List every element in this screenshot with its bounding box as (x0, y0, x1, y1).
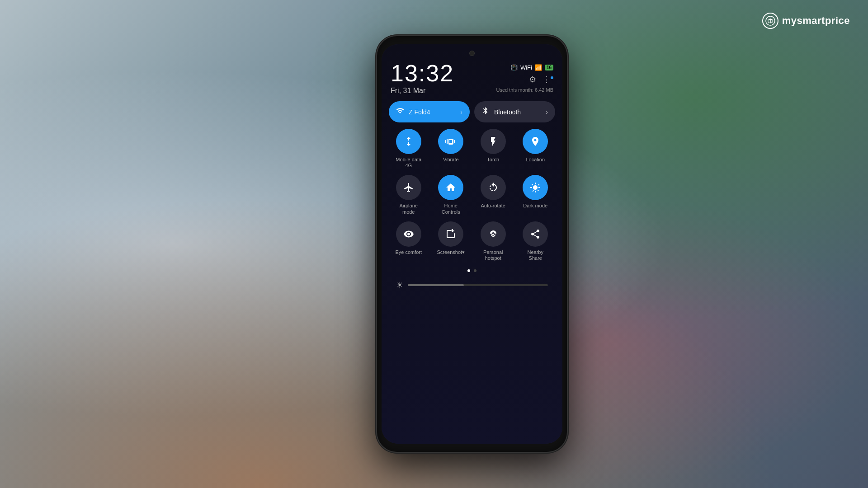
wifi-label: Z Fold4 (409, 108, 456, 116)
dark-mode-btn[interactable]: Dark mode (516, 175, 556, 215)
quick-toggles: Z Fold4 › Bluetooth › (382, 97, 562, 444)
logo-icon (762, 13, 778, 29)
logo: mysmartprice (762, 13, 850, 29)
brightness-icon: ☀ (396, 280, 403, 290)
nearby-share-label: NearbyShare (528, 249, 543, 261)
date-display: Fri, 31 Mar (391, 87, 454, 95)
time-block: 13:32 Fri, 31 Mar (391, 61, 454, 95)
page-dots (389, 266, 555, 276)
dark-mode-icon (523, 175, 548, 200)
vibrate-icon (438, 129, 463, 154)
wifi-toggle[interactable]: Z Fold4 › (389, 101, 470, 122)
screenshot-icon (438, 221, 463, 247)
screenshot-btn[interactable]: Screenshot▾ (431, 221, 471, 261)
top-icons: 📳 WiFi 📶 16 (510, 64, 553, 71)
usage-text: Used this month: 6.42 MB (496, 87, 553, 93)
more-btn[interactable]: ⋮ (542, 75, 553, 84)
nearby-share-btn[interactable]: NearbyShare (516, 221, 556, 261)
vibrate-label: Vibrate (443, 157, 459, 163)
bluetooth-icon (481, 107, 490, 117)
screenshot-label: Screenshot▾ (437, 249, 465, 255)
bluetooth-label: Bluetooth (494, 108, 541, 116)
status-bar: 13:32 Fri, 31 Mar 📳 WiFi 📶 16 ⚙ ⋮ (382, 58, 562, 97)
quick-grid-row1: Mobile data4G Vibrate (389, 129, 555, 169)
battery-icon: 16 (545, 65, 553, 70)
wifi-arrow: › (460, 108, 462, 116)
auto-rotate-icon (481, 175, 506, 200)
mobile-data-label: Mobile data4G (396, 157, 421, 169)
home-controls-btn[interactable]: HomeControls (431, 175, 471, 215)
airplane-btn[interactable]: Airplanemode (389, 175, 429, 215)
eye-comfort-label: Eye comfort (395, 249, 422, 255)
torch-btn[interactable]: Torch (473, 129, 513, 169)
brightness-track[interactable] (408, 284, 548, 286)
airplane-label: Airplanemode (400, 203, 418, 215)
eye-comfort-icon (396, 221, 421, 247)
vibrate-btn[interactable]: Vibrate (431, 129, 471, 169)
signal-icon: 📶 (535, 64, 542, 71)
dark-mode-label: Dark mode (523, 203, 547, 209)
wifi-icon (396, 107, 404, 117)
quick-grid-row2: Airplanemode HomeControls (389, 175, 555, 215)
airplane-icon (396, 175, 421, 200)
logo-text: mysmartprice (782, 15, 850, 27)
page-dot-1 (467, 269, 470, 272)
home-controls-label: HomeControls (442, 203, 460, 215)
torch-icon (481, 129, 506, 154)
brightness-fill (408, 284, 464, 286)
eye-comfort-btn[interactable]: Eye comfort (389, 221, 429, 261)
screen-content: 13:32 Fri, 31 Mar 📳 WiFi 📶 16 ⚙ ⋮ (382, 44, 562, 444)
mobile-data-btn[interactable]: Mobile data4G (389, 129, 429, 169)
vibrate-status-icon: 📳 (510, 64, 518, 71)
phone-screen: 13:32 Fri, 31 Mar 📳 WiFi 📶 16 ⚙ ⋮ (382, 44, 562, 444)
location-btn[interactable]: Location (516, 129, 556, 169)
personal-hotspot-label: Personalhotspot (483, 249, 503, 261)
phone-body: 13:32 Fri, 31 Mar 📳 WiFi 📶 16 ⚙ ⋮ (377, 36, 567, 452)
wifi-status-icon: WiFi (520, 64, 532, 71)
personal-hotspot-btn[interactable]: Personalhotspot (473, 221, 513, 261)
brightness-bar[interactable]: ☀ (396, 280, 548, 290)
bluetooth-arrow: › (546, 108, 548, 116)
status-icons: 📳 WiFi 📶 16 ⚙ ⋮ Used this month: 6.42 MB (496, 64, 553, 93)
camera-notch (469, 51, 475, 56)
settings-btn[interactable]: ⚙ (529, 75, 536, 84)
location-icon (523, 129, 548, 154)
home-controls-icon (438, 175, 463, 200)
auto-rotate-label: Auto-rotate (481, 203, 505, 209)
toggle-row: Z Fold4 › Bluetooth › (389, 101, 555, 122)
personal-hotspot-icon (481, 221, 506, 247)
nearby-share-icon (523, 221, 548, 247)
quick-grid-row3: Eye comfort Screenshot▾ (389, 221, 555, 261)
mobile-data-icon (396, 129, 421, 154)
location-label: Location (526, 157, 545, 163)
phone-wrapper: 13:32 Fri, 31 Mar 📳 WiFi 📶 16 ⚙ ⋮ (377, 36, 567, 452)
action-icons: ⚙ ⋮ (529, 75, 553, 84)
torch-label: Torch (487, 157, 499, 163)
auto-rotate-btn[interactable]: Auto-rotate (473, 175, 513, 215)
page-dot-2 (474, 269, 476, 272)
bluetooth-toggle[interactable]: Bluetooth › (474, 101, 555, 122)
time-display: 13:32 (391, 61, 454, 85)
